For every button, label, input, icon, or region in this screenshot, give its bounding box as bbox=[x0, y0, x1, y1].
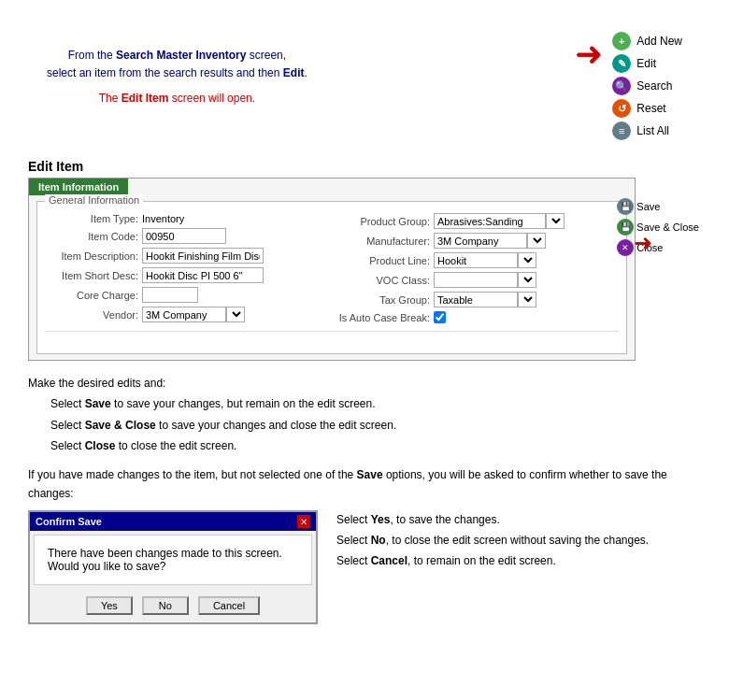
edit-bold: Edit bbox=[283, 66, 305, 79]
item-type-row: Item Type: Inventory bbox=[45, 213, 327, 224]
voc-class-dropdown[interactable]: ▼ bbox=[518, 272, 536, 288]
list-all-btn-item[interactable]: ≡ List All bbox=[612, 121, 682, 140]
save-close-arrow: ➜ bbox=[634, 232, 652, 254]
instruction-text: From the Search Master Inventory screen,… bbox=[47, 47, 307, 82]
edit-icon: ✎ bbox=[612, 54, 631, 73]
close-btn-icon: ✕ bbox=[617, 239, 634, 256]
no-bold: No bbox=[371, 534, 386, 547]
confirm-footer: Yes No Cancel bbox=[30, 589, 316, 622]
product-line-label: Product Line: bbox=[336, 255, 430, 266]
item-short-desc-row: Item Short Desc: bbox=[45, 267, 327, 283]
vendor-label: Vendor: bbox=[45, 309, 138, 321]
auto-case-break-checkbox[interactable] bbox=[434, 311, 446, 323]
save-btn-label: Save bbox=[636, 201, 660, 212]
item-short-desc-input[interactable] bbox=[142, 267, 264, 283]
save-close-instruction-bold: Save & Close bbox=[85, 419, 156, 432]
add-new-label: Add New bbox=[636, 35, 682, 48]
vendor-dropdown[interactable]: ▼ bbox=[226, 307, 245, 322]
item-desc-label: Item Description: bbox=[45, 250, 138, 262]
confirm-cancel-note: Select Cancel, to remain on the edit scr… bbox=[336, 551, 701, 572]
confirm-notes: Select Yes, to save the changes. Select … bbox=[336, 510, 701, 571]
manufacturer-input[interactable] bbox=[434, 233, 527, 249]
close-instruction: Select Close to close the edit screen. bbox=[50, 436, 701, 455]
confirm-no-note: Select No, to close the edit screen with… bbox=[336, 531, 701, 551]
item-desc-input[interactable] bbox=[142, 248, 264, 264]
edit-item-title: Edit Item bbox=[28, 159, 701, 174]
right-arrow-icon: ➜ bbox=[575, 37, 603, 71]
add-new-icon: + bbox=[612, 32, 631, 50]
save-close-instruction: Select Save & Close to save your changes… bbox=[50, 416, 701, 435]
voc-class-row: VOC Class: ▼ bbox=[336, 272, 619, 288]
save-instruction-bold: Save bbox=[85, 397, 111, 410]
tax-group-dropdown[interactable]: ▼ bbox=[518, 292, 536, 307]
list-all-icon: ≡ bbox=[612, 121, 631, 140]
search-master-bold: Search Master Inventory bbox=[116, 49, 246, 62]
item-type-value: Inventory bbox=[142, 213, 184, 224]
item-info-tab: Item Information bbox=[29, 179, 128, 195]
core-charge-row: Core Charge: bbox=[45, 287, 327, 303]
voc-class-label: VOC Class: bbox=[336, 275, 430, 286]
manufacturer-dropdown[interactable]: ▼ bbox=[527, 233, 546, 249]
bottom-row bbox=[45, 331, 619, 348]
item-type-label: Item Type: bbox=[45, 213, 138, 224]
edit-btn-item[interactable]: ✎ Edit bbox=[612, 54, 682, 73]
product-group-dropdown[interactable]: ▼ bbox=[546, 213, 565, 229]
core-charge-input[interactable] bbox=[142, 287, 198, 303]
confirm-dialog: Confirm Save ✕ There have been changes m… bbox=[28, 510, 318, 624]
reset-btn-item[interactable]: ↺ Reset bbox=[612, 99, 682, 118]
auto-case-break-row: Is Auto Case Break: bbox=[336, 311, 619, 323]
search-btn-item[interactable]: 🔍 Search bbox=[612, 77, 682, 95]
search-icon: 🔍 bbox=[612, 77, 631, 95]
reset-label: Reset bbox=[636, 102, 665, 115]
save-instruction: Select Save to save your changes, but re… bbox=[50, 394, 701, 413]
confirm-close-btn[interactable]: ✕ bbox=[297, 515, 310, 528]
edit-item-section: Edit Item Item Information General Infor… bbox=[28, 159, 701, 361]
vendor-row: Vendor: ▼ bbox=[45, 307, 327, 322]
yes-bold: Yes bbox=[371, 513, 391, 526]
close-btn[interactable]: ✕ Close bbox=[617, 239, 699, 256]
confirm-yes-note: Select Yes, to save the changes. bbox=[336, 510, 701, 531]
item-code-input[interactable] bbox=[142, 228, 226, 244]
save-btn[interactable]: 💾 Save bbox=[617, 198, 699, 215]
confirm-no-btn[interactable]: No bbox=[142, 596, 189, 615]
confirm-area: Confirm Save ✕ There have been changes m… bbox=[28, 510, 701, 624]
button-list: + Add New ✎ Edit 🔍 Search ↺ Reset ≡ List… bbox=[612, 28, 682, 140]
product-group-row: Product Group: ▼ bbox=[336, 213, 619, 229]
reset-icon: ↺ bbox=[612, 99, 631, 118]
tax-group-label: Tax Group: bbox=[336, 294, 430, 306]
tax-group-row: Tax Group: ▼ bbox=[336, 292, 619, 307]
edit-item-bold: Edit Item bbox=[122, 92, 169, 105]
close-instruction-bold: Close bbox=[85, 439, 116, 452]
form-columns: Item Type: Inventory Item Code: Item Des… bbox=[45, 213, 619, 327]
cancel-bold: Cancel bbox=[371, 554, 407, 567]
voc-class-input[interactable] bbox=[434, 272, 518, 288]
product-line-dropdown[interactable]: ▼ bbox=[518, 252, 536, 268]
confirm-cancel-btn[interactable]: Cancel bbox=[198, 596, 260, 615]
add-new-btn-item[interactable]: + Add New bbox=[612, 32, 682, 50]
product-group-input[interactable] bbox=[434, 213, 546, 229]
top-instructions: From the Search Master Inventory screen,… bbox=[47, 19, 307, 140]
form-col-left: Item Type: Inventory Item Code: Item Des… bbox=[45, 213, 327, 327]
confirm-message: There have been changes made to this scr… bbox=[48, 547, 298, 573]
edit-note: The Edit Item screen will open. bbox=[47, 90, 307, 107]
confirm-title: Confirm Save bbox=[36, 516, 102, 527]
edit-label: Edit bbox=[636, 57, 656, 70]
search-label: Search bbox=[636, 79, 672, 93]
warning-save-bold: Save bbox=[357, 468, 383, 481]
tax-group-input[interactable] bbox=[434, 292, 518, 307]
form-col-right: Product Group: ▼ Manufacturer: ▼ Product… bbox=[327, 213, 619, 327]
vendor-input[interactable] bbox=[142, 307, 226, 322]
manufacturer-label: Manufacturer: bbox=[336, 236, 430, 247]
list-all-label: List All bbox=[636, 124, 669, 137]
confirm-body: There have been changes made to this scr… bbox=[34, 535, 312, 585]
item-short-desc-label: Item Short Desc: bbox=[45, 270, 138, 281]
auto-case-break-label: Is Auto Case Break: bbox=[336, 312, 430, 323]
product-line-input[interactable] bbox=[434, 252, 518, 268]
save-close-btn[interactable]: 💾 Save & Close bbox=[617, 219, 699, 236]
manufacturer-row: Manufacturer: ▼ bbox=[336, 233, 619, 249]
confirm-yes-btn[interactable]: Yes bbox=[86, 596, 133, 615]
side-buttons: 💾 Save 💾 Save & Close ✕ Close bbox=[617, 198, 699, 256]
warning-text: If you have made changes to the item, bu… bbox=[28, 465, 701, 504]
product-group-label: Product Group: bbox=[336, 216, 430, 227]
top-section: From the Search Master Inventory screen,… bbox=[28, 9, 701, 150]
